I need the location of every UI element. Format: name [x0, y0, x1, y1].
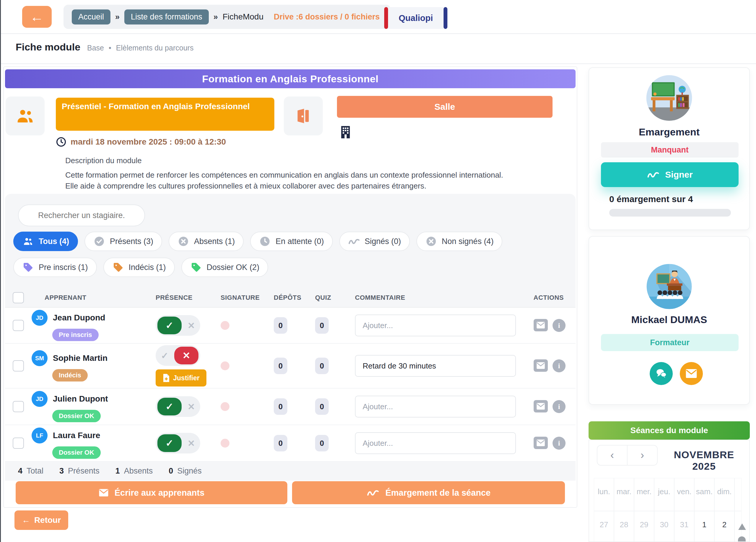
- filter-chip-signes[interactable]: Signés (0): [339, 232, 410, 251]
- x-icon: ✕: [183, 350, 190, 361]
- check-circle-icon: [93, 236, 105, 247]
- absent-button[interactable]: ✕: [174, 347, 198, 364]
- mail-button[interactable]: [534, 359, 548, 372]
- filter-chip-en-attente[interactable]: En attente (0): [250, 232, 333, 251]
- info-button[interactable]: i: [553, 319, 566, 332]
- page-subtitle: Base • Elèlements du parcours: [87, 44, 193, 52]
- retour-button[interactable]: ← Retour: [14, 510, 68, 530]
- present-button[interactable]: ✓: [157, 434, 182, 452]
- check-icon: ✓: [166, 320, 174, 331]
- subtitle-dot: •: [109, 44, 111, 52]
- total-count: 4: [18, 466, 22, 476]
- calendar-day[interactable]: 28: [614, 511, 634, 542]
- signes-count: 0: [169, 466, 173, 476]
- day-header: ven.: [674, 478, 694, 511]
- info-button[interactable]: i: [553, 400, 566, 413]
- absent-button[interactable]: ✕: [184, 320, 198, 331]
- mail-button[interactable]: [534, 400, 548, 412]
- filter-chip-absents[interactable]: Absents (1): [169, 232, 244, 251]
- avatar: LF: [32, 427, 48, 443]
- absent-button[interactable]: ✕: [184, 401, 198, 412]
- calendar-day[interactable]: 2: [714, 511, 734, 542]
- comment-input[interactable]: [355, 396, 516, 417]
- table-row: SM Sophie Martin Indécis ✓ ✕ Justifier: [5, 344, 576, 388]
- envelope-icon: [536, 439, 545, 447]
- trainer-name: Mickael DUMAS: [589, 314, 749, 325]
- search-input[interactable]: [18, 205, 145, 226]
- fiche-module-page: ← Accueil » Liste des formations » Fiche…: [0, 0, 756, 542]
- calendar-prev-button[interactable]: ‹: [597, 445, 628, 466]
- info-button[interactable]: i: [553, 437, 566, 450]
- page-subtitle-base[interactable]: Base: [87, 44, 104, 52]
- filter-chip-presents[interactable]: Présents (3): [84, 232, 162, 251]
- justify-button[interactable]: Justifier: [156, 369, 206, 386]
- description-label: Description du module: [65, 156, 142, 165]
- scrollbar-up-arrow[interactable]: [738, 523, 746, 530]
- quiz-count: 0: [315, 317, 329, 334]
- row-checkbox[interactable]: [13, 437, 24, 449]
- table-header: APPRENANT PRÉSENCE SIGNATURE DÉPÔTS QUIZ…: [5, 288, 576, 307]
- salle-banner: Salle: [337, 96, 553, 118]
- signature-icon: [647, 170, 660, 179]
- qualiopi-navy-bar: [444, 7, 447, 29]
- filter-chip-dossier-ok[interactable]: Dossier OK (2): [181, 258, 268, 277]
- presence-toggle: ✓ ✕: [156, 315, 200, 336]
- row-checkbox[interactable]: [13, 360, 24, 371]
- drive-status[interactable]: Drive :6 dossiers / 0 fichiers: [263, 5, 390, 29]
- clock-icon: [56, 137, 66, 147]
- presence-toggle: ✓ ✕: [156, 433, 200, 453]
- top-bar: ← Accueil » Liste des formations » Fiche…: [1, 0, 756, 34]
- comment-input[interactable]: [355, 314, 516, 336]
- filter-label: Pre inscris (1): [39, 263, 88, 272]
- back-button[interactable]: ←: [22, 6, 52, 28]
- scrollbar-thumb[interactable]: [738, 536, 746, 542]
- mail-button[interactable]: [534, 319, 548, 331]
- session-sign-button[interactable]: Émargement de la séance: [292, 481, 565, 504]
- depots-count: 0: [274, 357, 287, 374]
- info-icon: i: [558, 321, 560, 329]
- calendar-day[interactable]: 30: [654, 511, 674, 542]
- mail-button[interactable]: [534, 437, 548, 449]
- select-all-checkbox[interactable]: [13, 292, 24, 303]
- info-button[interactable]: i: [553, 359, 566, 372]
- signer-label: Signer: [665, 170, 693, 180]
- status-badge: Indécis: [52, 369, 88, 381]
- session-datetime: mardi 18 novembre 2025 : 09:00 à 12:30: [56, 137, 226, 147]
- tag-icon: [112, 262, 124, 273]
- breadcrumb-accueil[interactable]: Accueil: [72, 9, 110, 25]
- present-button[interactable]: ✓: [157, 350, 172, 361]
- envelope-icon: [536, 321, 545, 329]
- calendar-day[interactable]: 1: [694, 511, 714, 542]
- calendar-day[interactable]: 29: [634, 511, 654, 542]
- signature-status-dot: [221, 321, 229, 330]
- filter-chip-indecis[interactable]: Indécis (1): [103, 258, 175, 277]
- row-checkbox[interactable]: [13, 320, 24, 331]
- page-title: Fiche module: [16, 41, 80, 53]
- signes-label: Signés: [177, 466, 202, 476]
- row-checkbox[interactable]: [13, 401, 24, 412]
- file-plus-icon: [162, 373, 170, 382]
- depots-count: 0: [274, 317, 287, 334]
- filter-chip-non-signes[interactable]: Non signés (4): [416, 232, 503, 251]
- calendar-day[interactable]: 27: [594, 511, 614, 542]
- absent-button[interactable]: ✕: [184, 438, 198, 448]
- tag-icon: [190, 262, 202, 273]
- filter-chip-pre-inscris[interactable]: Pre inscris (1): [13, 258, 97, 277]
- signer-button[interactable]: Signer: [601, 162, 739, 187]
- calendar-month-label: NOVEMBRE 2025: [661, 449, 747, 472]
- comment-input[interactable]: [355, 355, 516, 377]
- retour-label: Retour: [34, 515, 61, 525]
- calendar-day[interactable]: 31: [674, 511, 694, 542]
- page-subtitle-parcours[interactable]: Elèlements du parcours: [116, 44, 194, 52]
- chat-button[interactable]: [650, 362, 673, 385]
- module-card: Formation en Anglais Professionnel Prése…: [3, 66, 577, 508]
- filter-chip-tous[interactable]: Tous (4): [13, 232, 78, 251]
- present-button[interactable]: ✓: [157, 316, 182, 334]
- breadcrumb-liste-formations[interactable]: Liste des formations: [124, 9, 209, 25]
- write-to-students-button[interactable]: Écrire aux apprenants: [16, 481, 287, 504]
- table-row: JD Jean Dupond Pre inscris ✓ ✕ 0 0: [5, 307, 576, 344]
- present-button[interactable]: ✓: [157, 398, 182, 415]
- calendar-next-button[interactable]: ›: [628, 445, 658, 466]
- email-button[interactable]: [680, 362, 703, 385]
- comment-input[interactable]: [355, 432, 516, 454]
